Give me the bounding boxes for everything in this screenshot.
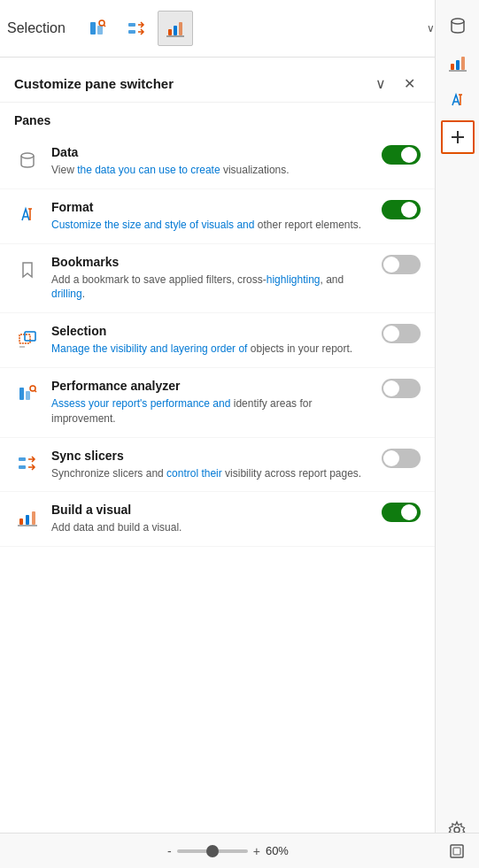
zoom-out-btn[interactable]: - — [167, 844, 172, 858]
pane-minimize-btn[interactable]: ∨ — [369, 72, 392, 95]
pane-item-title-data: Data — [51, 145, 371, 159]
toggle-build-visual[interactable] — [382, 503, 421, 522]
pane-item-selection: SelectionManage the visibility and layer… — [0, 313, 435, 368]
main-pane: Customize pane switcher ∨ ✕ Panes DataVi… — [0, 58, 435, 833]
top-bar-build-visual-btn[interactable] — [158, 11, 193, 46]
pane-item-format: FormatCustomize the size and style of vi… — [0, 189, 435, 244]
svg-point-21 — [21, 153, 34, 158]
pane-item-content-build-visual: Build a visualAdd data and build a visua… — [51, 503, 371, 535]
zoom-in-btn[interactable]: + — [253, 844, 260, 858]
zoom-percent: 60% — [266, 844, 289, 857]
right-sidebar — [435, 0, 479, 868]
pane-item-desc-performance: Assess your report's performance and ide… — [51, 396, 371, 426]
pane-item-content-sync-slicers: Sync slicersSynchronize slicers and cont… — [51, 449, 371, 481]
toggle-format[interactable] — [382, 200, 421, 219]
svg-line-31 — [35, 390, 36, 392]
top-bar-title: Selection — [7, 20, 66, 36]
sidebar-add-btn[interactable] — [441, 120, 475, 154]
toggle-sync-slicers[interactable] — [382, 449, 421, 468]
pane-item-desc-data: View the data you can use to create visu… — [51, 163, 371, 178]
svg-rect-38 — [451, 845, 463, 857]
pane-item-bookmarks: BookmarksAdd a bookmark to save applied … — [0, 244, 435, 314]
svg-rect-6 — [168, 29, 172, 35]
pane-item-build-visual: Build a visualAdd data and build a visua… — [0, 492, 435, 547]
toggle-bookmarks[interactable] — [382, 255, 421, 274]
pane-header-actions: ∨ ✕ — [369, 72, 421, 95]
svg-rect-5 — [128, 30, 135, 34]
top-bar: Selection — [0, 0, 479, 58]
svg-rect-28 — [19, 388, 24, 400]
pane-item-title-build-visual: Build a visual — [51, 503, 371, 517]
pane-header: Customize pane switcher ∨ ✕ — [0, 58, 435, 103]
pane-items-list: DataView the data you can use to create … — [0, 134, 435, 547]
svg-rect-0 — [90, 22, 96, 35]
svg-rect-39 — [453, 848, 460, 855]
svg-rect-7 — [174, 26, 177, 35]
svg-rect-13 — [461, 57, 465, 70]
fit-page-btn[interactable] — [449, 843, 465, 859]
svg-rect-1 — [97, 26, 103, 35]
pane-item-desc-selection: Manage the visibility and layering order… — [51, 342, 371, 357]
svg-rect-11 — [451, 64, 454, 70]
zoom-slider-thumb[interactable] — [206, 845, 219, 857]
pane-item-content-performance: Performance analyzerAssess your report's… — [51, 379, 371, 426]
data-icon — [14, 147, 41, 173]
pane-item-title-bookmarks: Bookmarks — [51, 255, 371, 269]
pane-item-title-sync-slicers: Sync slicers — [51, 449, 371, 463]
format-icon — [14, 202, 41, 228]
pane-item-title-format: Format — [51, 200, 371, 214]
top-bar-performance-btn[interactable] — [80, 11, 115, 46]
sidebar-build-visual-btn[interactable] — [441, 46, 475, 80]
pane-header-title: Customize pane switcher — [14, 76, 174, 91]
svg-point-30 — [30, 386, 35, 391]
svg-rect-8 — [179, 22, 182, 35]
bottom-bar: - + 60% — [0, 833, 479, 868]
top-bar-chevron[interactable]: ∨ — [427, 22, 435, 35]
pane-item-desc-format: Customize the size and style of visuals … — [51, 218, 371, 233]
pane-item-sync-slicers: Sync slicersSynchronize slicers and cont… — [0, 438, 435, 493]
pane-item-content-data: DataView the data you can use to create … — [51, 145, 371, 178]
toggle-performance[interactable] — [382, 379, 421, 398]
pane-item-desc-sync-slicers: Synchronize slicers and control their vi… — [51, 466, 371, 481]
panes-section-label: Panes — [0, 103, 435, 134]
svg-rect-32 — [19, 457, 26, 461]
pane-item-content-selection: SelectionManage the visibility and layer… — [51, 324, 371, 357]
pane-item-desc-build-visual: Add data and build a visual. — [51, 520, 371, 535]
build-visual-icon — [14, 504, 41, 531]
svg-point-10 — [452, 19, 464, 24]
bookmarks-icon — [14, 257, 41, 283]
zoom-slider[interactable] — [177, 849, 248, 853]
performance-icon — [14, 380, 41, 407]
selection-icon — [14, 326, 41, 352]
svg-rect-33 — [19, 465, 26, 469]
svg-rect-34 — [19, 518, 23, 525]
toggle-selection[interactable] — [382, 324, 421, 343]
top-bar-icons — [80, 11, 193, 46]
sidebar-data-btn[interactable] — [441, 9, 475, 42]
pane-item-data: DataView the data you can use to create … — [0, 134, 435, 189]
sidebar-format-btn[interactable] — [441, 83, 475, 117]
svg-rect-12 — [456, 60, 460, 70]
pane-item-title-selection: Selection — [51, 324, 371, 338]
pane-item-desc-bookmarks: Add a bookmark to save applied filters, … — [51, 273, 371, 303]
sync-slicers-icon — [14, 450, 41, 477]
zoom-controls: - + 60% — [167, 844, 289, 858]
pane-item-title-performance: Performance analyzer — [51, 379, 371, 393]
top-bar-sync-btn[interactable] — [119, 11, 154, 46]
pane-item-content-bookmarks: BookmarksAdd a bookmark to save applied … — [51, 255, 371, 303]
svg-rect-36 — [32, 511, 35, 525]
pane-item-content-format: FormatCustomize the size and style of vi… — [51, 200, 371, 233]
svg-rect-29 — [26, 391, 30, 400]
pane-item-performance: Performance analyzerAssess your report's… — [0, 368, 435, 438]
svg-line-3 — [104, 25, 105, 27]
svg-rect-4 — [128, 23, 135, 27]
pane-close-btn[interactable]: ✕ — [398, 72, 421, 95]
svg-rect-35 — [26, 515, 29, 525]
toggle-data[interactable] — [382, 145, 421, 165]
